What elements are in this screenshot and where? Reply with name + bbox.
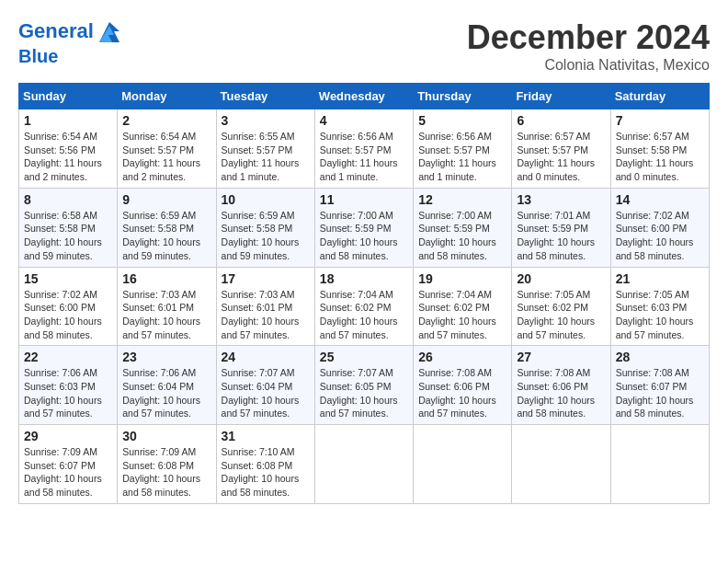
calendar-table: SundayMondayTuesdayWednesdayThursdayFrid…	[18, 83, 710, 504]
week-row-1: 1Sunrise: 6:54 AMSunset: 5:56 PMDaylight…	[19, 109, 710, 189]
day-cell-12: 12Sunrise: 7:00 AMSunset: 5:59 PMDayligh…	[414, 188, 512, 267]
empty-cell	[414, 425, 512, 504]
day-number: 30	[122, 429, 210, 443]
day-number: 6	[517, 113, 605, 128]
day-number: 28	[616, 350, 704, 364]
day-cell-18: 18Sunrise: 7:04 AMSunset: 6:02 PMDayligh…	[314, 267, 413, 346]
week-row-2: 8Sunrise: 6:58 AMSunset: 5:58 PMDaylight…	[19, 188, 710, 267]
day-cell-14: 14Sunrise: 7:02 AMSunset: 6:00 PMDayligh…	[610, 188, 709, 267]
day-number: 9	[122, 192, 210, 207]
day-info: Sunrise: 7:06 AMSunset: 6:03 PMDaylight:…	[24, 366, 112, 420]
day-cell-23: 23Sunrise: 7:06 AMSunset: 6:04 PMDayligh…	[118, 346, 216, 425]
day-number: 17	[222, 271, 310, 286]
day-cell-6: 6Sunrise: 6:57 AMSunset: 5:57 PMDaylight…	[512, 109, 610, 189]
day-cell-2: 2Sunrise: 6:54 AMSunset: 5:57 PMDaylight…	[118, 109, 216, 189]
calendar-body: 1Sunrise: 6:54 AMSunset: 5:56 PMDaylight…	[19, 109, 710, 504]
day-info: Sunrise: 7:08 AMSunset: 6:07 PMDaylight:…	[616, 366, 704, 420]
day-number: 26	[418, 350, 506, 364]
empty-cell	[314, 425, 413, 504]
day-info: Sunrise: 7:04 AMSunset: 6:02 PMDaylight:…	[320, 288, 408, 342]
day-info: Sunrise: 7:00 AMSunset: 5:59 PMDaylight:…	[320, 209, 408, 263]
day-number: 21	[616, 271, 704, 286]
day-number: 29	[24, 429, 112, 443]
day-number: 3	[222, 113, 310, 128]
day-cell-25: 25Sunrise: 7:07 AMSunset: 6:05 PMDayligh…	[314, 346, 413, 425]
weekday-header-row: SundayMondayTuesdayWednesdayThursdayFrid…	[19, 84, 710, 109]
day-info: Sunrise: 6:56 AMSunset: 5:57 PMDaylight:…	[418, 130, 506, 184]
day-cell-22: 22Sunrise: 7:06 AMSunset: 6:03 PMDayligh…	[19, 346, 118, 425]
day-info: Sunrise: 6:54 AMSunset: 5:56 PMDaylight:…	[24, 130, 112, 184]
week-row-4: 22Sunrise: 7:06 AMSunset: 6:03 PMDayligh…	[19, 346, 710, 425]
day-number: 31	[222, 429, 310, 443]
day-info: Sunrise: 7:04 AMSunset: 6:02 PMDaylight:…	[418, 288, 506, 342]
weekday-friday: Friday	[512, 84, 610, 109]
day-number: 11	[320, 192, 408, 207]
day-number: 4	[320, 113, 408, 128]
weekday-tuesday: Tuesday	[216, 84, 314, 109]
day-number: 23	[122, 350, 210, 364]
day-number: 1	[24, 113, 112, 128]
day-cell-5: 5Sunrise: 6:56 AMSunset: 5:57 PMDaylight…	[414, 109, 512, 189]
weekday-saturday: Saturday	[610, 84, 709, 109]
day-cell-8: 8Sunrise: 6:58 AMSunset: 5:58 PMDaylight…	[19, 188, 118, 267]
day-cell-3: 3Sunrise: 6:55 AMSunset: 5:57 PMDaylight…	[216, 109, 314, 189]
logo: General Blue	[18, 18, 123, 66]
day-number: 20	[517, 271, 605, 286]
day-cell-7: 7Sunrise: 6:57 AMSunset: 5:58 PMDaylight…	[610, 109, 709, 189]
day-cell-11: 11Sunrise: 7:00 AMSunset: 5:59 PMDayligh…	[314, 188, 413, 267]
day-number: 14	[616, 192, 704, 207]
day-cell-16: 16Sunrise: 7:03 AMSunset: 6:01 PMDayligh…	[118, 267, 216, 346]
day-cell-17: 17Sunrise: 7:03 AMSunset: 6:01 PMDayligh…	[216, 267, 314, 346]
day-number: 25	[320, 350, 408, 364]
day-info: Sunrise: 7:05 AMSunset: 6:02 PMDaylight:…	[517, 288, 605, 342]
day-info: Sunrise: 6:57 AMSunset: 5:57 PMDaylight:…	[517, 130, 605, 184]
day-cell-20: 20Sunrise: 7:05 AMSunset: 6:02 PMDayligh…	[512, 267, 610, 346]
logo-subtext: Blue	[18, 46, 123, 66]
day-info: Sunrise: 6:59 AMSunset: 5:58 PMDaylight:…	[122, 209, 210, 263]
day-info: Sunrise: 7:00 AMSunset: 5:59 PMDaylight:…	[418, 209, 506, 263]
day-info: Sunrise: 7:09 AMSunset: 6:08 PMDaylight:…	[122, 445, 210, 500]
logo-text: General	[18, 18, 123, 46]
day-info: Sunrise: 6:56 AMSunset: 5:57 PMDaylight:…	[320, 130, 408, 184]
day-cell-31: 31Sunrise: 7:10 AMSunset: 6:08 PMDayligh…	[216, 425, 314, 504]
day-cell-28: 28Sunrise: 7:08 AMSunset: 6:07 PMDayligh…	[610, 346, 709, 425]
week-row-5: 29Sunrise: 7:09 AMSunset: 6:07 PMDayligh…	[19, 425, 710, 504]
day-number: 27	[517, 350, 605, 364]
header: General Blue December 2024 Colonia Nativ…	[18, 18, 710, 74]
day-number: 22	[24, 350, 112, 364]
day-info: Sunrise: 6:58 AMSunset: 5:58 PMDaylight:…	[24, 209, 112, 263]
day-number: 8	[24, 192, 112, 207]
day-info: Sunrise: 6:55 AMSunset: 5:57 PMDaylight:…	[222, 130, 310, 184]
day-info: Sunrise: 7:05 AMSunset: 6:03 PMDaylight:…	[616, 288, 704, 342]
day-cell-9: 9Sunrise: 6:59 AMSunset: 5:58 PMDaylight…	[118, 188, 216, 267]
day-number: 13	[517, 192, 605, 207]
day-info: Sunrise: 6:54 AMSunset: 5:57 PMDaylight:…	[122, 130, 210, 184]
title-block: December 2024 Colonia Nativitas, Mexico	[467, 18, 710, 74]
day-cell-10: 10Sunrise: 6:59 AMSunset: 5:58 PMDayligh…	[216, 188, 314, 267]
day-cell-19: 19Sunrise: 7:04 AMSunset: 6:02 PMDayligh…	[414, 267, 512, 346]
day-info: Sunrise: 7:09 AMSunset: 6:07 PMDaylight:…	[24, 445, 112, 500]
day-number: 15	[24, 271, 112, 286]
day-cell-1: 1Sunrise: 6:54 AMSunset: 5:56 PMDaylight…	[19, 109, 118, 189]
day-cell-13: 13Sunrise: 7:01 AMSunset: 5:59 PMDayligh…	[512, 188, 610, 267]
day-info: Sunrise: 7:08 AMSunset: 6:06 PMDaylight:…	[418, 366, 506, 420]
day-number: 10	[222, 192, 310, 207]
day-cell-24: 24Sunrise: 7:07 AMSunset: 6:04 PMDayligh…	[216, 346, 314, 425]
day-number: 2	[122, 113, 210, 128]
day-info: Sunrise: 7:02 AMSunset: 6:00 PMDaylight:…	[616, 209, 704, 263]
day-info: Sunrise: 7:01 AMSunset: 5:59 PMDaylight:…	[517, 209, 605, 263]
day-cell-21: 21Sunrise: 7:05 AMSunset: 6:03 PMDayligh…	[610, 267, 709, 346]
month-title: December 2024	[467, 18, 710, 57]
empty-cell	[512, 425, 610, 504]
day-info: Sunrise: 7:06 AMSunset: 6:04 PMDaylight:…	[122, 366, 210, 420]
day-cell-4: 4Sunrise: 6:56 AMSunset: 5:57 PMDaylight…	[314, 109, 413, 189]
day-info: Sunrise: 7:07 AMSunset: 6:05 PMDaylight:…	[320, 366, 408, 420]
weekday-monday: Monday	[118, 84, 216, 109]
day-cell-15: 15Sunrise: 7:02 AMSunset: 6:00 PMDayligh…	[19, 267, 118, 346]
day-info: Sunrise: 6:59 AMSunset: 5:58 PMDaylight:…	[222, 209, 310, 263]
day-info: Sunrise: 7:08 AMSunset: 6:06 PMDaylight:…	[517, 366, 605, 420]
day-cell-30: 30Sunrise: 7:09 AMSunset: 6:08 PMDayligh…	[118, 425, 216, 504]
day-info: Sunrise: 7:10 AMSunset: 6:08 PMDaylight:…	[222, 445, 310, 500]
day-number: 12	[418, 192, 506, 207]
day-cell-29: 29Sunrise: 7:09 AMSunset: 6:07 PMDayligh…	[19, 425, 118, 504]
